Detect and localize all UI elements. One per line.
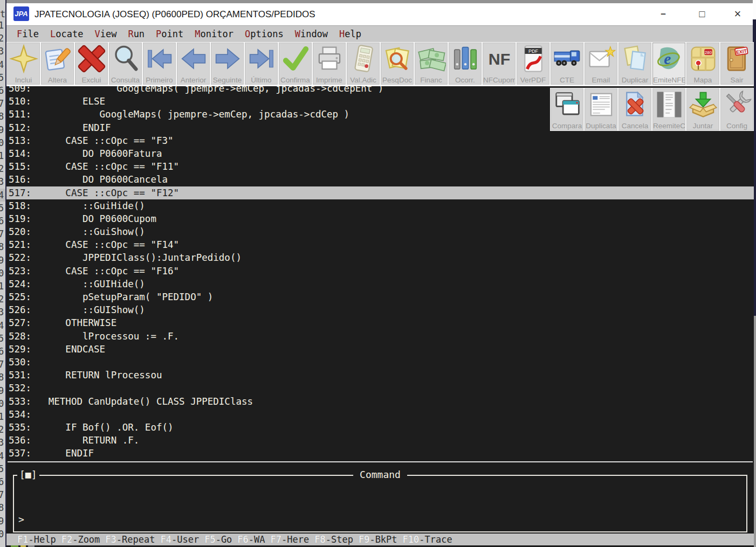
- menu-view[interactable]: View: [94, 29, 116, 39]
- toolbar-button-label: Financ: [415, 76, 447, 84]
- search-icon: [111, 44, 140, 74]
- toolbar-button-inclui[interactable]: Inclui: [7, 43, 40, 85]
- menu-file[interactable]: File: [17, 29, 39, 39]
- app-logo-icon: JPA: [13, 6, 29, 21]
- toolbar-row-1: IncluiAlteraExcluiConsultaPrimeiroAnteri…: [6, 42, 754, 86]
- code-line: 529: ENDCASE: [6, 343, 754, 356]
- code-line: 530:: [6, 356, 754, 369]
- menu-help[interactable]: Help: [339, 29, 361, 39]
- nfe-icon: e: [655, 44, 684, 74]
- svg-text:PDF: PDF: [528, 49, 539, 54]
- search-doc-icon: [383, 44, 412, 74]
- background-artifact: 0: [0, 528, 5, 541]
- fkey-status-bar: F1-HelpF2-ZoomF3-RepeatF4-UserF5-GoF6-WA…: [6, 534, 754, 545]
- toolbar-button-reemitec[interactable]: ReemiteC: [652, 88, 685, 130]
- toolbar-button-cte[interactable]: CTE: [551, 43, 583, 85]
- toolbar-button-nfcupom[interactable]: NFNFCupom: [483, 43, 516, 85]
- toolbar-button-exclui[interactable]: Exclui: [75, 43, 108, 85]
- toolbar-button-financ[interactable]: Financ: [415, 43, 448, 85]
- fkey-f7: F7-Here: [271, 534, 310, 545]
- menu-monitor[interactable]: Monitor: [195, 29, 233, 39]
- code-line: 520: ::GuiShow(): [6, 225, 754, 238]
- edit-icon: [43, 44, 72, 74]
- toolbar-button-anterior[interactable]: Anterior: [177, 43, 210, 85]
- toolbar-button-label: VerPDF: [517, 76, 549, 84]
- menu-run[interactable]: Run: [128, 29, 145, 39]
- toolbar-button-label: Último: [245, 76, 277, 84]
- toolbar-button-juntar[interactable]: Juntar: [686, 88, 719, 130]
- background-artifact: 5: [0, 332, 5, 345]
- code-line: 522: JPPEDIClass():JuntarPedido(): [6, 251, 754, 264]
- background-artifact: 4: [0, 319, 5, 332]
- menu-window[interactable]: Window: [295, 29, 328, 39]
- code-line: 531: RETURN lProcessou: [6, 369, 754, 382]
- command-prompt-input[interactable]: >: [18, 514, 24, 525]
- background-artifact: 6: [0, 84, 5, 97]
- compare-windows-icon: [553, 89, 582, 120]
- toolbar-button-label: Compara: [551, 122, 583, 130]
- toolbar-button-seguinte[interactable]: Seguinte: [211, 43, 244, 85]
- toolbar-button-altera[interactable]: Altera: [41, 43, 74, 85]
- code-line: 514: DO P0600Fatura: [6, 147, 754, 160]
- command-window-title: Command: [353, 469, 407, 480]
- toolbar-button-config[interactable]: Config: [720, 88, 753, 130]
- toolbar-button-emitenfe[interactable]: eEmiteNFE: [652, 43, 685, 85]
- background-artifact: 7: [0, 358, 5, 371]
- background-window-strip: 1234567890123456789012345678901234567890: [0, 0, 5, 547]
- toolbar-button-consulta[interactable]: Consulta: [109, 43, 142, 85]
- toolbar-button-label: Email: [585, 76, 617, 84]
- toolbar-button-compara[interactable]: Compara: [551, 88, 583, 130]
- menu-locate[interactable]: Locate: [50, 29, 83, 39]
- toolbar-button-email[interactable]: Email: [585, 43, 617, 85]
- box-arrow-icon: [689, 89, 718, 120]
- code-line: 519: DO P0600Cupom: [6, 212, 754, 225]
- invoice-icon: [587, 89, 616, 120]
- toolbar-button-verpdf[interactable]: PDFVerPDF: [517, 43, 549, 85]
- background-artifact: 5: [0, 202, 5, 214]
- title-bar: JPA JPATECNOLOGIA (JOSEQ) (P0600PED) ORÇ…: [6, 3, 753, 25]
- background-artifact: 6: [0, 475, 5, 488]
- current-execution-line: 517: CASE ::cOpc == "F12": [6, 186, 754, 199]
- email-icon: [587, 44, 616, 74]
- maximize-button[interactable]: □: [685, 3, 719, 25]
- toolbar-button-duplicar[interactable]: Duplicar: [618, 43, 651, 85]
- toolbar-button-label: Consulta: [109, 76, 141, 84]
- toolbar-button-ocorr[interactable]: Ocorr.: [449, 43, 482, 85]
- toolbar-button-label: EmiteNFE: [653, 76, 685, 84]
- money-icon: [417, 44, 446, 74]
- toolbar-button-label: Anterior: [177, 76, 209, 84]
- command-close-glyph[interactable]: [■]: [17, 469, 39, 480]
- code-line: 516: DO P0600Cancela: [6, 173, 754, 186]
- toolbar-button-imprime[interactable]: Imprime: [313, 43, 346, 85]
- minimize-button[interactable]: –: [646, 3, 681, 25]
- toolbar-button-primeiro[interactable]: Primeiro: [143, 43, 176, 85]
- background-artifact: 5: [0, 71, 5, 84]
- toolbar-button-ltimo[interactable]: Último: [245, 43, 278, 85]
- toolbar-button-val-adic[interactable]: Val.Adic: [347, 43, 380, 85]
- menu-point[interactable]: Point: [156, 29, 183, 39]
- code-line: 521: CASE ::cOpc == "F14": [6, 238, 754, 251]
- toolbar-button-cancela[interactable]: Cancela: [618, 88, 651, 130]
- toolbar-button-sair[interactable]: EXITSair: [720, 43, 753, 85]
- background-artifact: 1: [0, 149, 5, 162]
- toolbar-button-mapa[interactable]: 280Mapa: [686, 43, 719, 85]
- toolbar-button-pesqdoc[interactable]: PesqDoc: [381, 43, 414, 85]
- background-artifact: 6: [0, 345, 5, 358]
- fkey-f4: F4-User: [160, 534, 199, 545]
- toolbar-button-confirma[interactable]: Confirma: [279, 43, 312, 85]
- copy-docs-icon: [621, 44, 650, 74]
- tools-icon: [723, 89, 752, 120]
- code-line: 527: OTHERWISE: [6, 316, 754, 329]
- command-window: [■] Command >: [13, 475, 747, 532]
- binders-icon: [451, 44, 480, 74]
- menu-options[interactable]: Options: [245, 29, 284, 39]
- code-line: 528: lProcessou := .F.: [6, 330, 754, 343]
- toolbar-button-label: ReemiteC: [653, 122, 685, 130]
- background-artifact: 1: [0, 280, 5, 293]
- app-window: JPA JPATECNOLOGIA (JOSEQ) (P0600PED) ORÇ…: [5, 0, 753, 547]
- close-button[interactable]: ×: [724, 3, 752, 25]
- toolbar-button-label: Seguinte: [211, 76, 243, 84]
- toolbar-button-duplicata[interactable]: Duplicata: [585, 88, 617, 130]
- code-listing[interactable]: 509: GoogleMaps( jpempre->emCep, jpcadas…: [6, 82, 754, 461]
- background-artifact: 6: [0, 214, 5, 227]
